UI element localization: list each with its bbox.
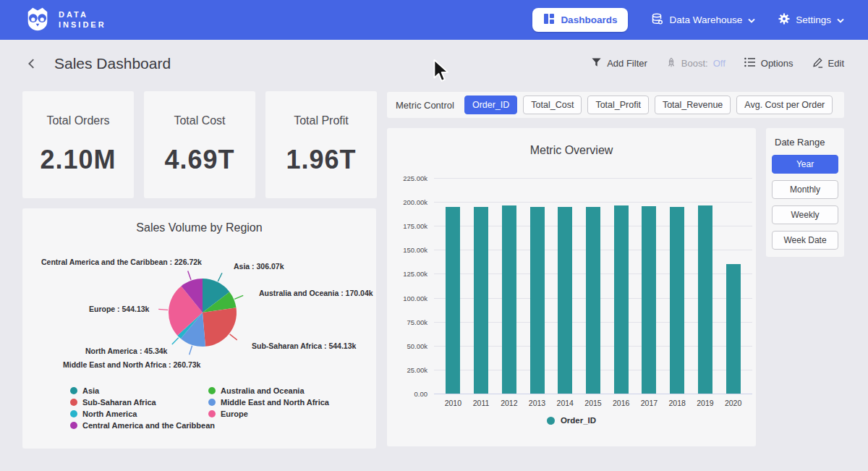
x-tick-label: 2013 xyxy=(523,399,552,407)
bar-2017[interactable] xyxy=(642,206,656,394)
legend-dot xyxy=(70,399,77,406)
legend-label: Europe xyxy=(221,410,248,418)
pie-slice-sub-saharan-africa[interactable] xyxy=(203,307,237,347)
legend-label: Australia and Oceania xyxy=(221,386,305,395)
x-tick-label: 2018 xyxy=(663,399,692,407)
edit-button[interactable]: Edit xyxy=(812,57,844,70)
bar-2015[interactable] xyxy=(586,207,600,394)
top-navbar: DATA INSIDER Dashboards xyxy=(0,0,868,40)
kpi-label: Total Cost xyxy=(174,114,225,127)
bar-2010[interactable] xyxy=(446,207,460,394)
kpi-value: 1.96T xyxy=(286,145,356,175)
gridline xyxy=(434,178,752,179)
bar-2020[interactable] xyxy=(726,264,741,394)
bar-2011[interactable] xyxy=(474,207,488,394)
date-range-year-button[interactable]: Year xyxy=(772,155,838,174)
pie-label-connector xyxy=(234,295,243,299)
x-tick-label: 2011 xyxy=(467,399,495,407)
owl-logo-icon xyxy=(24,5,51,35)
pie-label-connector xyxy=(230,334,237,340)
legend-dot xyxy=(208,399,216,406)
legend-item-central-america-and-the-caribbean[interactable]: Central America and the Caribbean xyxy=(70,420,208,431)
y-tick-label: 25.00k xyxy=(387,366,427,374)
legend-item-europe[interactable]: Europe xyxy=(208,408,329,420)
date-range-week-date-button[interactable]: Week Date xyxy=(772,231,838,250)
x-tick-label: 2017 xyxy=(634,399,663,407)
y-tick-label: 125.00k xyxy=(387,270,427,278)
grid-layout-icon xyxy=(543,13,555,27)
database-icon xyxy=(651,13,663,27)
page-title: Sales Dashboard xyxy=(54,55,171,72)
data-warehouse-label: Data Warehouse xyxy=(669,14,742,25)
brand-logo[interactable]: DATA INSIDER xyxy=(24,5,106,35)
x-tick-label: 2014 xyxy=(550,399,579,407)
boost-toggle[interactable]: Boost: Off xyxy=(666,57,726,70)
pie-label-australia-oceania: Australia and Oceania : 170.04k xyxy=(259,289,373,297)
date-range-panel: Date Range Year Monthly Weekly Week Date xyxy=(766,128,844,257)
metric-chip-avg-cost-per-order[interactable]: Avg. Cost per Order xyxy=(736,96,833,114)
pie-label-connector xyxy=(172,338,179,344)
data-warehouse-menu[interactable]: Data Warehouse xyxy=(651,13,755,27)
chevron-down-icon xyxy=(748,14,755,25)
metric-control-bar: Metric Control Order_ID Total_Cost Total… xyxy=(387,92,844,118)
dashboards-button[interactable]: Dashboards xyxy=(532,8,628,32)
y-tick-label: 100.00k xyxy=(387,294,427,302)
y-tick-label: 75.00k xyxy=(387,318,427,326)
back-button[interactable] xyxy=(24,56,40,72)
pie-label-sub-saharan-africa: Sub-Saharan Africa : 544.13k xyxy=(252,341,356,350)
dashboards-label: Dashboards xyxy=(561,14,617,25)
pie-label-connector xyxy=(218,273,222,281)
pie-label-connector xyxy=(158,309,168,310)
y-tick-label: 0.00 xyxy=(387,390,427,398)
bar-2019[interactable] xyxy=(698,205,712,394)
gear-icon xyxy=(778,13,790,27)
brand-line-2: INSIDER xyxy=(59,20,106,30)
metric-chip-total-cost[interactable]: Total_Cost xyxy=(523,96,582,114)
boost-label: Boost: xyxy=(681,58,708,69)
legend-item-australia-and-oceania[interactable]: Australia and Oceania xyxy=(208,385,329,396)
edit-label: Edit xyxy=(828,58,844,69)
x-tick-label: 2019 xyxy=(691,399,720,407)
pie-label-asia: Asia : 306.07k xyxy=(234,262,284,271)
kpi-value: 4.69T xyxy=(164,145,234,175)
metric-chip-order-id[interactable]: Order_ID xyxy=(464,96,517,114)
header-actions: Add Filter Boost: Off xyxy=(591,57,844,70)
x-tick-label: 2010 xyxy=(438,399,467,407)
pie-legend: AsiaSub-Saharan AfricaNorth AmericaCentr… xyxy=(70,385,329,431)
bar-2014[interactable] xyxy=(558,207,572,394)
add-filter-label: Add Filter xyxy=(607,58,647,69)
x-tick-label: 2012 xyxy=(495,399,524,407)
date-range-monthly-button[interactable]: Monthly xyxy=(772,180,838,199)
legend-label: Sub-Saharan Africa xyxy=(82,398,156,407)
bar-chart-legend: Order_ID xyxy=(387,416,756,425)
bar-plot xyxy=(434,179,752,394)
list-icon xyxy=(744,57,756,69)
legend-label: Middle East and North Africa xyxy=(221,398,329,407)
dashboard-screen: DATA INSIDER Dashboards xyxy=(0,0,868,471)
bar-2016[interactable] xyxy=(614,205,629,394)
bar-chart-title: Metric Overview xyxy=(387,144,756,157)
legend-item-sub-saharan-africa[interactable]: Sub-Saharan Africa xyxy=(70,396,208,408)
metric-chip-total-revenue[interactable]: Total_Revenue xyxy=(655,96,731,114)
legend-item-north-america[interactable]: North America xyxy=(70,408,208,420)
metric-overview-panel: Metric Overview 0.0025.00k50.00k75.00k10… xyxy=(387,128,756,446)
date-range-weekly-button[interactable]: Weekly xyxy=(772,205,838,224)
legend-item-asia[interactable]: Asia xyxy=(70,385,208,396)
rocket-icon xyxy=(666,57,676,70)
settings-menu[interactable]: Settings xyxy=(778,13,844,27)
bar-chart-y-axis: 0.0025.00k50.00k75.00k100.00k125.00k150.… xyxy=(387,179,427,394)
options-button[interactable]: Options xyxy=(744,57,793,69)
boost-state: Off xyxy=(713,58,726,69)
y-tick-label: 150.00k xyxy=(387,246,427,254)
legend-item-middle-east-and-north-africa[interactable]: Middle East and North Africa xyxy=(208,396,329,408)
add-filter-button[interactable]: Add Filter xyxy=(591,57,647,70)
legend-dot xyxy=(547,417,555,425)
bar-2012[interactable] xyxy=(502,205,516,394)
bar-2013[interactable] xyxy=(530,207,545,394)
kpi-label: Total Profit xyxy=(294,114,349,127)
bar-2018[interactable] xyxy=(670,207,684,394)
pie-label-central-america: Central America and the Caribbean : 226.… xyxy=(41,258,202,266)
date-range-label: Date Range xyxy=(775,137,844,148)
gridline xyxy=(434,394,752,394)
metric-chip-total-profit[interactable]: Total_Profit xyxy=(587,96,649,114)
